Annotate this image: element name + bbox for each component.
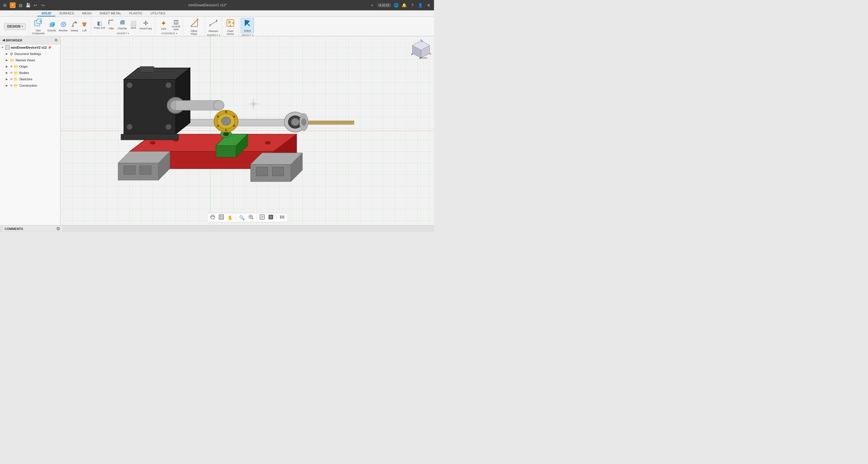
bodies-arrow[interactable]: ▶ bbox=[6, 71, 10, 74]
root-expand-arrow[interactable]: ▼ bbox=[1, 46, 5, 49]
tree-item-document-settings[interactable]: ▶ ⚙ Document Settings bbox=[0, 51, 60, 57]
svg-point-81 bbox=[302, 119, 306, 126]
add-tab-icon[interactable]: + bbox=[370, 3, 375, 8]
move-button[interactable]: ✛ Move/Copy bbox=[138, 19, 153, 31]
comments-bar: COMMENTS ⚙ bbox=[2, 226, 63, 231]
svg-rect-87 bbox=[127, 124, 132, 130]
press-pull-button[interactable]: ◧ Press Pull bbox=[93, 20, 106, 30]
construct-button[interactable]: OffsetPlane bbox=[187, 18, 201, 36]
add-comment-button[interactable]: ⚙ bbox=[56, 226, 60, 231]
loft-button[interactable]: Loft bbox=[80, 21, 89, 33]
as-built-joint-button[interactable]: ◫ As-builtJoint bbox=[171, 18, 181, 31]
pan-button[interactable]: ✋ bbox=[226, 214, 234, 221]
doc-settings-icon: ⚙ bbox=[10, 52, 13, 56]
tree-item-bodies[interactable]: ▶ 👁 📁 Bodies bbox=[0, 70, 60, 76]
joint-label: Joint bbox=[161, 27, 166, 30]
bodies-folder-icon: 📁 bbox=[13, 71, 18, 75]
undo-icon[interactable]: ↩ bbox=[33, 3, 38, 8]
origin-visibility-icon[interactable]: 👁 bbox=[10, 65, 13, 68]
measure-icon bbox=[209, 19, 218, 30]
design-label: DESIGN bbox=[7, 25, 21, 29]
revolve-button[interactable]: Revolve bbox=[58, 21, 69, 33]
svg-point-45 bbox=[265, 141, 271, 144]
svg-marker-26 bbox=[245, 20, 250, 26]
construct-icon bbox=[189, 19, 199, 30]
app-icon: F bbox=[10, 2, 16, 8]
grid-menu-icon[interactable]: ⊞ bbox=[2, 3, 7, 8]
svg-rect-57 bbox=[272, 167, 284, 176]
fillet-button[interactable]: Fillet bbox=[106, 19, 116, 31]
browser-settings-icon[interactable]: ⚙ bbox=[55, 38, 58, 42]
zoom-options-button[interactable] bbox=[247, 214, 255, 221]
tree-item-named-views[interactable]: ▶ 📁 Named Views bbox=[0, 57, 60, 63]
tree-item-sketches[interactable]: ▶ 👁 📁 Sketches bbox=[0, 76, 60, 82]
notification-icon[interactable]: 🔔 bbox=[402, 3, 407, 8]
effects-button[interactable] bbox=[267, 214, 275, 221]
new-component-button[interactable]: NewComponent bbox=[31, 18, 46, 35]
select-group: Select SELECT ▾ bbox=[239, 17, 256, 36]
redo-icon[interactable]: ↪ bbox=[40, 3, 45, 8]
ribbon: DESIGN ▾ NewComponent bbox=[0, 17, 434, 36]
svg-rect-23 bbox=[228, 21, 231, 24]
tree-item-origin[interactable]: ▶ 👁 📁 Origin bbox=[0, 63, 60, 70]
close-button[interactable]: ✕ bbox=[426, 2, 432, 8]
tab-solid[interactable]: SOLID bbox=[37, 11, 55, 16]
zoom-fit-button[interactable]: 🔍 bbox=[238, 214, 246, 221]
svg-rect-94 bbox=[176, 100, 219, 110]
loft-label: Loft bbox=[82, 29, 86, 32]
orbit-button[interactable] bbox=[209, 214, 216, 221]
as-built-label: As-builtJoint bbox=[172, 25, 180, 31]
shell-button[interactable]: ⬜ Shell bbox=[129, 20, 138, 30]
construction-visibility-icon[interactable]: 👁 bbox=[10, 84, 13, 87]
measure-button[interactable]: Measure bbox=[207, 18, 220, 33]
tree-root-item[interactable]: ▼ miniDowelDeviceV2 v12 📌 bbox=[0, 44, 60, 51]
insert-button[interactable]: InsertDerive bbox=[224, 18, 237, 36]
browser-title: ◀ BROWSER bbox=[2, 38, 22, 42]
design-dropdown-arrow: ▾ bbox=[22, 25, 23, 28]
tab-utilities[interactable]: UTILITIES bbox=[147, 11, 169, 16]
extrude-button[interactable]: Extrude bbox=[46, 21, 57, 33]
bodies-visibility-icon[interactable]: 👁 bbox=[10, 71, 13, 74]
joint-button[interactable]: ✦ Joint bbox=[157, 19, 170, 31]
svg-point-96 bbox=[211, 215, 215, 219]
grid-settings-button[interactable] bbox=[278, 214, 286, 221]
tab-plastic[interactable]: PLASTIC bbox=[125, 11, 147, 16]
file-menu-icon[interactable]: ▤ bbox=[18, 3, 23, 8]
shell-label: Shell bbox=[130, 27, 136, 29]
named-views-arrow[interactable]: ▶ bbox=[6, 59, 10, 62]
globe-icon[interactable]: 🌐 bbox=[394, 3, 399, 8]
chamfer-button[interactable]: Chamfer bbox=[116, 19, 128, 31]
pan-grid-button[interactable] bbox=[217, 214, 225, 221]
tab-mesh[interactable]: MESH bbox=[78, 11, 96, 16]
named-views-label: Named Views bbox=[16, 59, 35, 62]
sketches-arrow[interactable]: ▶ bbox=[6, 78, 10, 80]
select-icon bbox=[243, 19, 252, 29]
insert-group: InsertDerive INSERT ▾ bbox=[222, 17, 239, 36]
svg-rect-86 bbox=[165, 82, 172, 88]
svg-point-18 bbox=[197, 19, 198, 21]
view-cube[interactable]: X FRONT Z bbox=[411, 39, 431, 59]
help-icon[interactable]: ? bbox=[410, 3, 415, 8]
save-icon[interactable]: 💾 bbox=[25, 3, 31, 8]
construction-arrow[interactable]: ▶ bbox=[6, 84, 10, 87]
svg-rect-56 bbox=[256, 167, 268, 176]
browser-arrow-left[interactable]: ◀ bbox=[2, 38, 5, 42]
viewport[interactable]: X FRONT Z bbox=[60, 36, 434, 225]
tab-sheet-metal[interactable]: SHEET METAL bbox=[95, 11, 125, 16]
tab-surface[interactable]: SURFACE bbox=[55, 11, 78, 16]
display-mode-button[interactable] bbox=[258, 214, 266, 221]
sketches-visibility-icon[interactable]: 👁 bbox=[10, 77, 13, 81]
sketches-label: Sketches bbox=[19, 77, 32, 81]
svg-rect-91 bbox=[140, 66, 154, 72]
tree-item-construction[interactable]: ▶ 👁 📁 Construction bbox=[0, 82, 60, 89]
extrude-label: Extrude bbox=[48, 29, 56, 32]
sweep-button[interactable]: Sweep bbox=[69, 21, 79, 33]
design-dropdown-button[interactable]: DESIGN ▾ bbox=[4, 23, 26, 30]
doc-settings-arrow[interactable]: ▶ bbox=[6, 53, 10, 55]
svg-rect-107 bbox=[260, 216, 264, 219]
press-pull-label: Press Pull bbox=[94, 27, 105, 29]
select-button[interactable]: Select bbox=[241, 18, 254, 33]
origin-arrow[interactable]: ▶ bbox=[6, 65, 10, 68]
fillet-label: Fillet bbox=[108, 27, 114, 30]
user-icon[interactable]: 👤 bbox=[418, 3, 423, 8]
